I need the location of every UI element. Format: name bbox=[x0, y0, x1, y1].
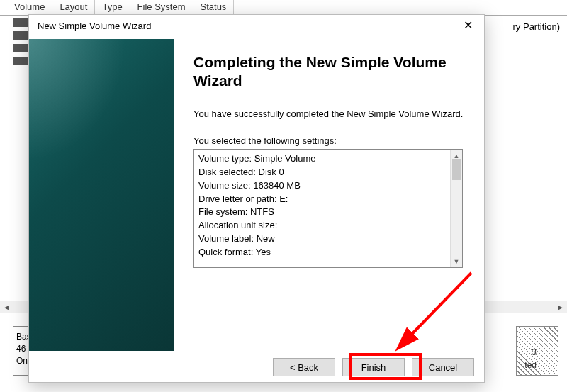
setting-row: Allocation unit size: bbox=[198, 219, 458, 233]
disk-icon bbox=[13, 31, 30, 40]
vertical-scrollbar[interactable]: ▲ ▼ bbox=[450, 150, 462, 267]
finish-button[interactable]: Finish bbox=[342, 358, 405, 376]
disk-icon bbox=[13, 18, 30, 27]
wizard-content: Completing the New Simple Volume Wizard … bbox=[174, 39, 484, 351]
setting-row: File system: NTFS bbox=[198, 206, 458, 219]
settings-label: You selected the following settings: bbox=[193, 135, 467, 146]
unallocated-space bbox=[516, 326, 558, 376]
column-headers: Volume Layout Type File System Status bbox=[0, 0, 567, 16]
setting-row: Disk selected: Disk 0 bbox=[198, 166, 458, 179]
col-type[interactable]: Type bbox=[95, 0, 130, 15]
setting-row: Volume type: Simple Volume bbox=[198, 152, 458, 166]
setting-row: Volume size: 163840 MB bbox=[198, 179, 458, 193]
col-layout[interactable]: Layout bbox=[52, 0, 95, 15]
scroll-down-icon[interactable]: ▼ bbox=[451, 255, 462, 267]
wizard-sidebar-image bbox=[29, 39, 174, 351]
back-button[interactable]: < Back bbox=[273, 358, 335, 376]
disk-icon bbox=[13, 44, 30, 52]
new-simple-volume-wizard-dialog: New Simple Volume Wizard ✕ Completing th… bbox=[28, 14, 485, 383]
partition-text-fragment: ry Partition) bbox=[513, 21, 560, 32]
text-fragment: ted bbox=[524, 360, 537, 370]
wizard-footer: < Back Finish Cancel bbox=[29, 351, 484, 383]
scroll-left-icon[interactable]: ◄ bbox=[0, 301, 13, 313]
scrollbar-thumb[interactable] bbox=[452, 159, 461, 180]
cancel-button[interactable]: Cancel bbox=[412, 358, 474, 376]
disk-icon bbox=[13, 57, 30, 65]
wizard-titlebar: New Simple Volume Wizard ✕ bbox=[29, 15, 484, 39]
setting-row: Drive letter or path: E: bbox=[198, 193, 458, 206]
close-button[interactable]: ✕ bbox=[457, 18, 478, 35]
scroll-right-icon[interactable]: ► bbox=[554, 301, 567, 313]
wizard-success-text: You have successfully completed the New … bbox=[193, 108, 467, 121]
setting-row: Volume label: New bbox=[198, 233, 458, 246]
close-icon: ✕ bbox=[464, 19, 473, 31]
settings-listbox[interactable]: Volume type: Simple Volume Disk selected… bbox=[193, 149, 463, 268]
text-fragment: 3 bbox=[532, 347, 537, 357]
wizard-heading: Completing the New Simple Volume Wizard bbox=[193, 53, 467, 91]
col-volume[interactable]: Volume bbox=[7, 0, 52, 15]
settings-content: Volume type: Simple Volume Disk selected… bbox=[194, 150, 462, 262]
volume-icons bbox=[13, 18, 30, 69]
setting-row: Quick format: Yes bbox=[198, 246, 458, 259]
wizard-title: New Simple Volume Wizard bbox=[38, 21, 151, 31]
col-status[interactable]: Status bbox=[193, 0, 235, 15]
col-filesystem[interactable]: File System bbox=[130, 0, 193, 15]
